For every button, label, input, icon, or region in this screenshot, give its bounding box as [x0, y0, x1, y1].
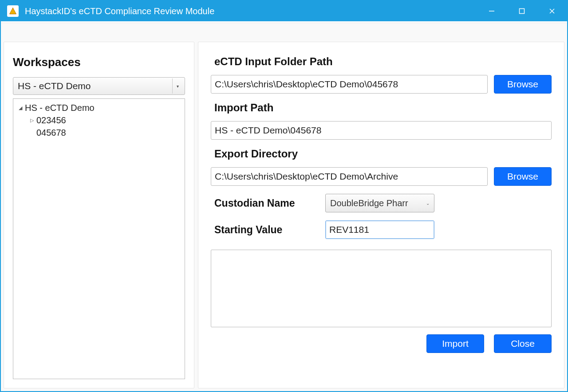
- minimize-button[interactable]: [477, 1, 507, 21]
- close-button[interactable]: Close: [494, 334, 552, 353]
- tree-item-1[interactable]: 045678: [16, 126, 182, 139]
- close-window-button[interactable]: [537, 1, 567, 21]
- tree-root-label: HS - eCTD Demo: [25, 103, 95, 113]
- import-path-field[interactable]: [211, 121, 552, 140]
- app-window: HaystackID's eCTD Compliance Review Modu…: [0, 0, 568, 392]
- export-dir-field[interactable]: [211, 167, 488, 186]
- browse-export-button[interactable]: Browse: [494, 167, 552, 186]
- tree-item-label: 023456: [36, 115, 66, 125]
- custodian-select[interactable]: DoubleBridge Pharr ⌄: [325, 194, 434, 212]
- tree-root[interactable]: ◢ HS - eCTD Demo: [16, 102, 182, 114]
- export-dir-label: Export Directory: [211, 148, 552, 160]
- window-title: HaystackID's eCTD Compliance Review Modu…: [25, 6, 214, 16]
- chevron-down-icon: ▾: [172, 78, 183, 94]
- workspace-select-value: HS - eCTD Demo: [18, 81, 91, 91]
- workspace-select[interactable]: HS - eCTD Demo ▾: [13, 77, 185, 95]
- input-folder-field[interactable]: [211, 75, 488, 94]
- import-path-label: Import Path: [211, 102, 552, 114]
- custodian-value: DoubleBridge Pharr: [330, 198, 423, 208]
- log-output[interactable]: [211, 250, 552, 327]
- starting-value-label: Starting Value: [214, 224, 325, 236]
- svg-rect-2: [520, 9, 525, 14]
- expand-icon[interactable]: ▷: [28, 118, 36, 123]
- main-panel: eCTD Input Folder Path Browse Import Pat…: [198, 42, 564, 388]
- starting-value-field[interactable]: [325, 220, 434, 239]
- workspace-tree[interactable]: ◢ HS - eCTD Demo ▷ 023456 045678: [13, 98, 185, 379]
- chevron-down-icon: ⌄: [423, 201, 431, 206]
- collapse-icon[interactable]: ◢: [16, 105, 25, 111]
- workspaces-heading: Workspaces: [13, 55, 185, 69]
- custodian-label: Custodian Name: [214, 197, 325, 209]
- svg-marker-0: [10, 8, 16, 14]
- workspaces-panel: Workspaces HS - eCTD Demo ▾ ◢ HS - eCTD …: [4, 42, 194, 388]
- tree-item-label: 045678: [36, 128, 66, 138]
- ribbon-spacer: [1, 21, 567, 39]
- app-icon: [7, 5, 19, 17]
- content-area: Workspaces HS - eCTD Demo ▾ ◢ HS - eCTD …: [1, 39, 567, 391]
- import-button[interactable]: Import: [426, 334, 484, 353]
- titlebar: HaystackID's eCTD Compliance Review Modu…: [1, 1, 567, 21]
- tree-item-0[interactable]: ▷ 023456: [16, 114, 182, 126]
- browse-input-button[interactable]: Browse: [494, 75, 552, 94]
- input-folder-label: eCTD Input Folder Path: [211, 55, 552, 68]
- maximize-button[interactable]: [507, 1, 537, 21]
